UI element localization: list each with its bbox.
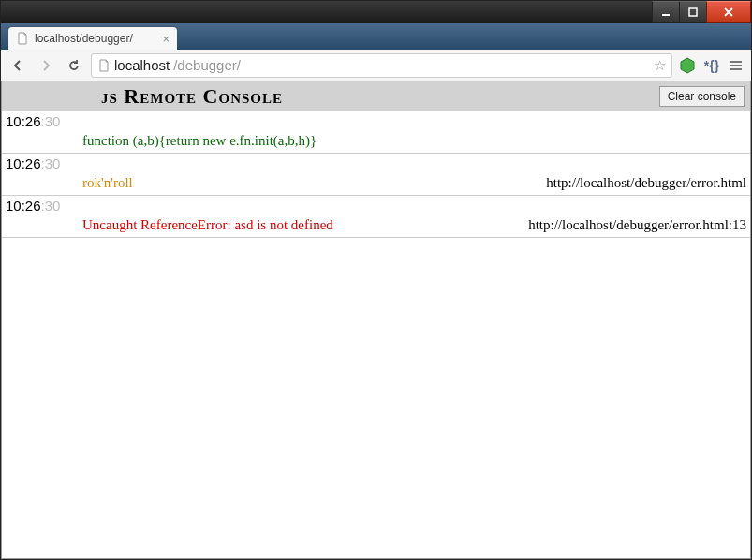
svg-rect-3 xyxy=(730,61,742,63)
console-entry: 10:26:30Uncaught ReferenceError: asd is … xyxy=(2,196,750,238)
timestamp-main: 10:26 xyxy=(6,198,41,214)
window-titlebar xyxy=(1,1,751,23)
tab-title: localhost/debugger/ xyxy=(35,32,133,45)
timestamp-seconds: :30 xyxy=(41,198,61,214)
chrome-menu-icon[interactable] xyxy=(727,56,745,75)
tab-strip: localhost/debugger/ × xyxy=(1,23,751,50)
page-icon xyxy=(16,32,29,45)
page-content: js Remote Console Clear console 10:26:30… xyxy=(1,81,751,559)
forward-button[interactable] xyxy=(35,54,57,77)
svg-rect-0 xyxy=(662,14,670,16)
timestamp: 10:26:30 xyxy=(2,111,77,131)
timestamp-main: 10:26 xyxy=(6,155,41,171)
site-icon xyxy=(97,59,111,72)
close-button[interactable] xyxy=(706,1,751,23)
url-host: localhost xyxy=(114,57,170,73)
timestamp-seconds: :30 xyxy=(41,113,61,129)
console-message: function (a,b){return new e.fn.init(a,b,… xyxy=(82,131,745,153)
console-message: rok'n'roll xyxy=(82,173,540,195)
extension-braces-icon[interactable]: *{} xyxy=(702,56,721,75)
svg-rect-4 xyxy=(730,65,742,66)
back-button[interactable] xyxy=(7,54,29,77)
timestamp-main: 10:26 xyxy=(6,113,41,129)
browser-toolbar: localhost/debugger/ ☆ *{} xyxy=(1,50,751,81)
minimize-button[interactable] xyxy=(652,1,680,23)
console-entry: 10:26:30function (a,b){return new e.fn.i… xyxy=(2,111,750,154)
maximize-button[interactable] xyxy=(679,1,707,23)
timestamp: 10:26:30 xyxy=(2,196,77,215)
clear-console-button[interactable]: Clear console xyxy=(659,86,745,107)
reload-button[interactable] xyxy=(63,54,85,77)
address-bar[interactable]: localhost/debugger/ ☆ xyxy=(91,53,672,78)
svg-rect-5 xyxy=(730,68,742,70)
app-title: js Remote Console xyxy=(101,84,283,109)
timestamp-seconds: :30 xyxy=(41,155,61,171)
tab-close-icon[interactable]: × xyxy=(162,33,170,45)
console-source[interactable]: http://localhost/debugger/error.html:13 xyxy=(528,215,750,237)
console-source[interactable]: http://localhost/debugger/error.html xyxy=(546,173,750,195)
svg-marker-2 xyxy=(681,58,694,73)
console-entry: 10:26:30rok'n'rollhttp://localhost/debug… xyxy=(2,154,750,196)
console-message: Uncaught ReferenceError: asd is not defi… xyxy=(82,215,523,237)
extension-adblock-icon[interactable] xyxy=(678,56,697,75)
url-path: /debugger/ xyxy=(173,57,241,73)
browser-tab[interactable]: localhost/debugger/ × xyxy=(8,27,177,50)
console-entries: 10:26:30function (a,b){return new e.fn.i… xyxy=(2,111,750,558)
timestamp: 10:26:30 xyxy=(2,154,77,173)
svg-rect-1 xyxy=(689,8,697,16)
app-header: js Remote Console Clear console xyxy=(2,81,750,111)
bookmark-star-icon[interactable]: ☆ xyxy=(654,57,666,74)
browser-window: localhost/debugger/ × localhost/debugger… xyxy=(0,0,752,560)
